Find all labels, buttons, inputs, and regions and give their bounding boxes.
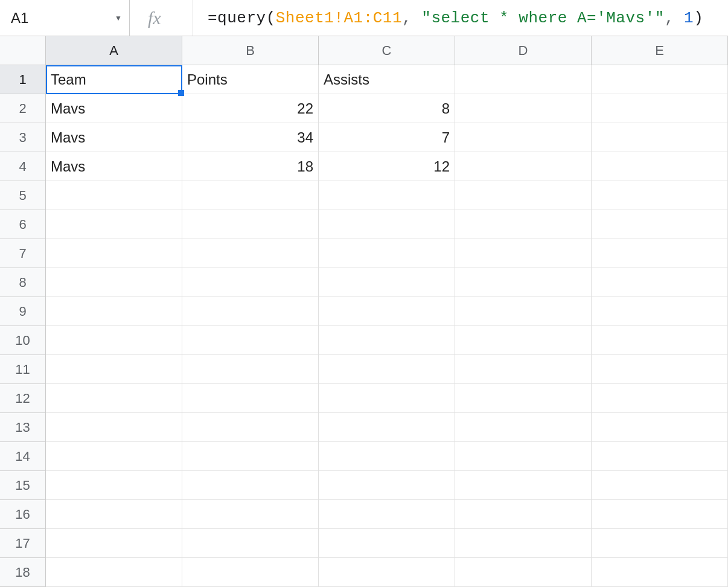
row-header-17[interactable]: 17	[0, 529, 46, 558]
row-header-6[interactable]: 6	[0, 210, 46, 239]
row-header-1[interactable]: 1	[0, 65, 46, 94]
cell-C18[interactable]	[319, 558, 455, 587]
row-header-11[interactable]: 11	[0, 355, 46, 384]
cell-E10[interactable]	[592, 326, 728, 355]
cell-A13[interactable]	[46, 413, 182, 442]
row-header-18[interactable]: 18	[0, 558, 46, 587]
cell-D12[interactable]	[455, 384, 592, 413]
cell-B3[interactable]: 34	[182, 123, 319, 152]
cells-area[interactable]: TeamPointsAssistsMavs228Mavs347Mavs1812	[46, 65, 728, 587]
row-header-5[interactable]: 5	[0, 181, 46, 210]
cell-E1[interactable]	[592, 65, 728, 94]
cell-E4[interactable]	[592, 152, 728, 181]
column-header-E[interactable]: E	[592, 36, 728, 65]
cell-C8[interactable]	[319, 268, 455, 297]
cell-D13[interactable]	[455, 413, 592, 442]
row-header-12[interactable]: 12	[0, 384, 46, 413]
cell-B17[interactable]	[182, 529, 319, 558]
row-header-4[interactable]: 4	[0, 152, 46, 181]
row-header-16[interactable]: 16	[0, 500, 46, 529]
cell-D5[interactable]	[455, 181, 592, 210]
cell-B10[interactable]	[182, 326, 319, 355]
cell-B5[interactable]	[182, 181, 319, 210]
cell-B7[interactable]	[182, 239, 319, 268]
column-header-D[interactable]: D	[455, 36, 592, 65]
cell-E12[interactable]	[592, 384, 728, 413]
row-header-9[interactable]: 9	[0, 297, 46, 326]
cell-B1[interactable]: Points	[182, 65, 319, 94]
cell-E9[interactable]	[592, 297, 728, 326]
cell-D3[interactable]	[455, 123, 592, 152]
cell-C12[interactable]	[319, 384, 455, 413]
cell-D7[interactable]	[455, 239, 592, 268]
cell-E7[interactable]	[592, 239, 728, 268]
column-header-C[interactable]: C	[319, 36, 455, 65]
cell-B6[interactable]	[182, 210, 319, 239]
row-header-2[interactable]: 2	[0, 94, 46, 123]
cell-C4[interactable]: 12	[319, 152, 455, 181]
cell-A18[interactable]	[46, 558, 182, 587]
cell-D1[interactable]	[455, 65, 592, 94]
cell-E2[interactable]	[592, 94, 728, 123]
select-all-corner[interactable]	[0, 36, 46, 65]
cell-C17[interactable]	[319, 529, 455, 558]
cell-C5[interactable]	[319, 181, 455, 210]
row-header-14[interactable]: 14	[0, 442, 46, 471]
cell-E6[interactable]	[592, 210, 728, 239]
cell-A8[interactable]	[46, 268, 182, 297]
cell-E5[interactable]	[592, 181, 728, 210]
cell-A11[interactable]	[46, 355, 182, 384]
cell-C11[interactable]	[319, 355, 455, 384]
cell-C14[interactable]	[319, 442, 455, 471]
cell-A1[interactable]: Team	[46, 65, 182, 94]
cell-B13[interactable]	[182, 413, 319, 442]
cell-D17[interactable]	[455, 529, 592, 558]
cell-E8[interactable]	[592, 268, 728, 297]
cell-E15[interactable]	[592, 471, 728, 500]
column-header-B[interactable]: B	[182, 36, 319, 65]
cell-A16[interactable]	[46, 500, 182, 529]
cell-A9[interactable]	[46, 297, 182, 326]
cell-D14[interactable]	[455, 442, 592, 471]
cell-D8[interactable]	[455, 268, 592, 297]
cell-D4[interactable]	[455, 152, 592, 181]
cell-D6[interactable]	[455, 210, 592, 239]
cell-C15[interactable]	[319, 471, 455, 500]
cell-C6[interactable]	[319, 210, 455, 239]
cell-B18[interactable]	[182, 558, 319, 587]
cell-A12[interactable]	[46, 384, 182, 413]
row-header-15[interactable]: 15	[0, 471, 46, 500]
cell-C2[interactable]: 8	[319, 94, 455, 123]
row-header-10[interactable]: 10	[0, 326, 46, 355]
name-box-dropdown-icon[interactable]: ▼	[115, 14, 122, 22]
cell-E14[interactable]	[592, 442, 728, 471]
formula-input[interactable]: =query(Sheet1!A1:C11, "select * where A=…	[193, 9, 728, 27]
cell-C10[interactable]	[319, 326, 455, 355]
cell-D16[interactable]	[455, 500, 592, 529]
cell-B14[interactable]	[182, 442, 319, 471]
cell-C16[interactable]	[319, 500, 455, 529]
cell-B9[interactable]	[182, 297, 319, 326]
cell-C7[interactable]	[319, 239, 455, 268]
cell-B15[interactable]	[182, 471, 319, 500]
column-header-A[interactable]: A	[46, 36, 182, 65]
cell-A7[interactable]	[46, 239, 182, 268]
cell-C3[interactable]: 7	[319, 123, 455, 152]
cell-E16[interactable]	[592, 500, 728, 529]
row-header-7[interactable]: 7	[0, 239, 46, 268]
cell-A10[interactable]	[46, 326, 182, 355]
cell-E17[interactable]	[592, 529, 728, 558]
name-box[interactable]: A1 ▼	[0, 0, 130, 36]
cell-A15[interactable]	[46, 471, 182, 500]
cell-B11[interactable]	[182, 355, 319, 384]
cell-B12[interactable]	[182, 384, 319, 413]
cell-C1[interactable]: Assists	[319, 65, 455, 94]
cell-A3[interactable]: Mavs	[46, 123, 182, 152]
cell-A4[interactable]: Mavs	[46, 152, 182, 181]
cell-D15[interactable]	[455, 471, 592, 500]
cell-E3[interactable]	[592, 123, 728, 152]
cell-E13[interactable]	[592, 413, 728, 442]
cell-B16[interactable]	[182, 500, 319, 529]
cell-E18[interactable]	[592, 558, 728, 587]
cell-B4[interactable]: 18	[182, 152, 319, 181]
